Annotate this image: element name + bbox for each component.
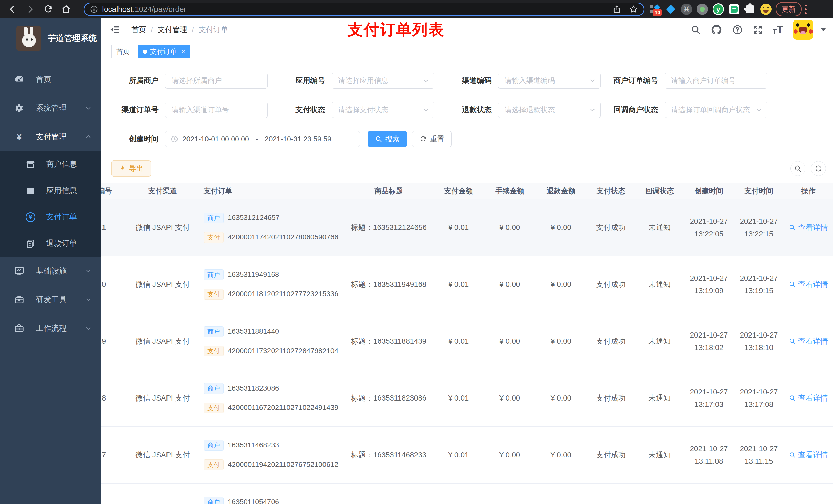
cell-channel: 微信 JSAPI 支付	[124, 392, 201, 403]
merchant-select-input[interactable]	[165, 73, 268, 89]
filter-row-2: 渠道订单号 支付状态 退款状态 回调商户状态	[101, 102, 833, 118]
cell-create-time: 2021-10-2713:17:03	[684, 386, 734, 409]
extension-chat-icon[interactable]	[729, 4, 740, 15]
share-icon[interactable]	[613, 5, 621, 14]
channel-order-no: 4200001181202110277723215336	[228, 289, 338, 299]
channel-code-input[interactable]	[498, 73, 601, 89]
sidebar-item-home[interactable]: 首页	[0, 65, 101, 94]
sidebar-item-label: 基础设施	[36, 266, 67, 276]
merchant-order-no-input[interactable]	[665, 73, 767, 89]
close-tab-icon[interactable]: ×	[181, 48, 185, 55]
cell-actions: 查看详情	[784, 392, 833, 403]
view-details-link[interactable]: 查看详情	[789, 392, 828, 403]
github-icon[interactable]	[711, 24, 722, 35]
search-button[interactable]: 搜索	[367, 131, 407, 147]
font-size-icon[interactable]: TT	[772, 24, 783, 36]
pay-status-select[interactable]	[332, 102, 434, 118]
table-header-row: 编号 支付渠道 支付订单 商品标题 支付金额 手续金额 退款金额 支付状态 回调…	[101, 183, 833, 199]
sidebar-item-infra[interactable]: 基础设施	[0, 257, 101, 285]
shop-icon	[25, 159, 37, 170]
cell-refund: ¥ 0.00	[536, 279, 587, 290]
extension-grid-icon[interactable]: 10	[649, 4, 660, 15]
table-toolbar: 导出	[112, 160, 826, 177]
site-info-icon[interactable]	[90, 5, 98, 13]
cell-create-time: 2021-10-2713:18:02	[684, 330, 734, 353]
breadcrumb-home[interactable]: 首页	[132, 25, 146, 35]
reset-button[interactable]: 重置	[412, 131, 452, 147]
table-row: 21 微信 JSAPI 支付 商户1635312124657 支付4200001…	[101, 199, 833, 256]
cell-title: 标题：1635312124656	[344, 222, 433, 233]
url-host: localhost	[102, 5, 133, 14]
export-button[interactable]: 导出	[112, 160, 151, 177]
extensions-cluster: 10 ⌘ y	[649, 4, 771, 15]
refresh-icon[interactable]	[811, 161, 826, 176]
channel-order-no: 4200001167202110271022491439	[228, 403, 338, 413]
cell-fee: ¥ 0.00	[484, 336, 536, 346]
channel-order-no-input[interactable]	[165, 102, 268, 118]
cell-channel: 微信 JSAPI 支付	[124, 222, 201, 233]
sidebar-item-payment[interactable]: ¥ 支付管理	[0, 122, 101, 151]
cell-pay-order: 商户1635311949168 支付4200001181202110277723…	[201, 269, 344, 299]
fullscreen-icon[interactable]	[753, 25, 763, 35]
breadcrumb: 首页 / 支付管理 / 支付订单	[132, 25, 228, 35]
refund-status-select[interactable]	[498, 102, 601, 118]
cell-id: 21	[101, 222, 124, 233]
avatar[interactable]	[793, 20, 813, 40]
notify-status-select[interactable]	[665, 102, 767, 118]
merchant-tag: 商户	[204, 440, 223, 451]
app-select-input[interactable]	[332, 73, 434, 89]
clock-icon	[171, 135, 178, 143]
sidebar-item-refund-order[interactable]: 退款订单	[0, 230, 101, 257]
dashboard-icon	[13, 74, 25, 85]
pay-tag: 支付	[204, 346, 223, 357]
pay-tag: 支付	[204, 459, 223, 470]
sidebar-fold-icon[interactable]	[110, 25, 120, 35]
create-time-range-picker[interactable]: 2021-10-01 00:00:00 - 2021-10-31 23:59:5…	[165, 131, 360, 147]
cell-actions: 查看详情	[784, 336, 833, 346]
breadcrumb-payment[interactable]: 支付管理	[158, 25, 187, 35]
avatar-caret-icon[interactable]	[821, 28, 826, 31]
profile-emoji-icon[interactable]	[760, 4, 771, 15]
tab-pay-order[interactable]: 支付订单 ×	[138, 45, 190, 58]
app-logo-row[interactable]: 芋道管理系统	[0, 19, 101, 53]
cell-status: 支付成功	[587, 392, 635, 403]
browser-home-icon[interactable]	[60, 3, 72, 15]
sidebar-item-label: 支付管理	[36, 131, 67, 142]
sidebar-item-pay-order[interactable]: ¥ 支付订单	[0, 204, 101, 230]
view-details-link[interactable]: 查看详情	[789, 336, 828, 346]
browser-menu-icon[interactable]	[805, 5, 807, 14]
toggle-search-icon[interactable]	[790, 161, 805, 176]
bookmark-star-icon[interactable]	[629, 5, 638, 14]
search-icon[interactable]	[691, 25, 701, 35]
app-logo-rabbit	[16, 26, 41, 51]
extension-command-icon[interactable]: ⌘	[681, 4, 692, 15]
sidebar-item-system[interactable]: 系统管理	[0, 94, 101, 122]
cell-pay-time: 2021-10-2713:18:10	[734, 330, 784, 353]
filter-row-1: 所属商户 应用编号 渠道编码 商户订单编号	[101, 73, 833, 89]
sidebar-item-devtools[interactable]: 研发工具	[0, 285, 101, 314]
view-details-link[interactable]: 查看详情	[789, 222, 828, 233]
cell-refund: ¥ 0.00	[536, 336, 587, 346]
sidebar-item-merchant-info[interactable]: 商户信息	[0, 151, 101, 177]
cell-actions: 查看详情	[784, 279, 833, 290]
extension-gem-icon[interactable]	[665, 4, 676, 15]
view-details-link[interactable]: 查看详情	[789, 279, 828, 290]
extension-record-icon[interactable]	[697, 4, 708, 15]
extensions-puzzle-icon[interactable]	[744, 4, 756, 15]
browser-reload-icon[interactable]	[42, 3, 54, 15]
browser-back-icon[interactable]	[6, 3, 19, 15]
view-details-link[interactable]: 查看详情	[789, 450, 828, 460]
cell-notify: 未通知	[635, 336, 684, 346]
browser-forward-icon[interactable]	[24, 3, 37, 15]
active-tab-dot	[143, 50, 147, 54]
browser-update-button[interactable]: 更新	[776, 2, 802, 16]
sidebar-item-app-info[interactable]: 应用信息	[0, 177, 101, 204]
extension-v-icon[interactable]: y	[713, 4, 724, 15]
help-icon[interactable]	[732, 24, 743, 35]
table-row: 19 微信 JSAPI 支付 商户1635311881440 支付4200001…	[101, 313, 833, 370]
address-bar[interactable]: localhost:1024/pay/order	[84, 3, 644, 16]
sidebar-item-workflow[interactable]: 工作流程	[0, 314, 101, 343]
cell-actions: 查看详情	[784, 450, 833, 460]
table-body: 21 微信 JSAPI 支付 商户1635312124657 支付4200001…	[101, 199, 833, 504]
tab-home[interactable]: 首页	[112, 45, 135, 58]
